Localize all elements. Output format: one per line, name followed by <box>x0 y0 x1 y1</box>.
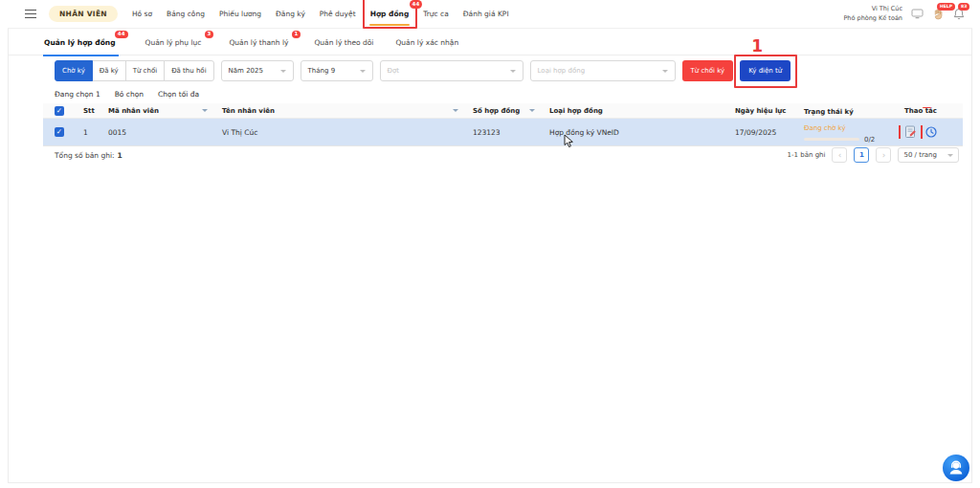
total-records-value: 1 <box>118 151 122 160</box>
workspace-pill[interactable]: NHÂN VIÊN <box>49 6 118 22</box>
cell-employee-name: Vi Thị Cúc <box>214 128 465 137</box>
contract-type-select[interactable]: Loại hợp đồng <box>530 60 676 81</box>
cell-actions <box>897 125 963 139</box>
user-role: Phó phòng Kế toán <box>843 14 902 24</box>
cell-contract-number: 123123 <box>465 128 542 137</box>
header-ma-nhan-vien: Mã nhân viên <box>100 107 214 115</box>
cell-effective-date: 17/09/2025 <box>727 128 796 137</box>
filter-toolbar: Chờ ký Đã ký Từ chối Đã thu hồi Năm 2025… <box>55 60 791 81</box>
tab-quan-ly-theo-doi[interactable]: Quản lý theo dõi <box>313 30 374 55</box>
header-label: Số hợp đồng <box>473 107 520 115</box>
header-label: Thao tác <box>904 107 937 115</box>
chevron-down-icon <box>947 154 953 157</box>
digital-sign-button[interactable]: Ký điện tử 1 <box>740 60 791 81</box>
module-tabs: Quản lý hợp đồng 44 Quản lý phụ lục 3 Qu… <box>9 30 971 55</box>
history-clock-icon[interactable] <box>925 126 937 138</box>
nav-item-danh-gia-kpi[interactable]: Đánh giá KPI <box>462 1 510 27</box>
filter-icon[interactable] <box>453 109 458 112</box>
sign-document-icon[interactable] <box>904 125 917 139</box>
header-thao-tac: Thao tác 2 <box>897 107 963 115</box>
period-select[interactable]: Đợt <box>380 60 523 81</box>
nav-item-phieu-luong[interactable]: Phiếu lương <box>218 1 262 27</box>
current-page-button[interactable]: 1 <box>854 147 869 163</box>
cell-stt: 1 <box>72 128 100 137</box>
sign-progress-bar <box>804 138 859 141</box>
page-size-value: 50 / trang <box>903 151 937 159</box>
tab-label: Quản lý theo dõi <box>314 38 373 47</box>
prev-page-button[interactable]: ‹ <box>832 147 847 163</box>
tab-quan-ly-thanh-ly[interactable]: Quản lý thanh lý 1 <box>228 30 289 55</box>
nav-item-dang-ky[interactable]: Đăng ký <box>275 1 306 27</box>
contract-type-placeholder: Loại hợp đồng <box>538 67 586 75</box>
status-filter-da-thu-hoi[interactable]: Đã thu hồi <box>164 60 213 81</box>
header-trang-thai-ky: Trạng thái ký <box>796 105 897 116</box>
month-select[interactable]: Tháng 9 <box>301 60 373 81</box>
total-records-label: Tổng số bản ghi: <box>55 151 115 160</box>
status-filter-da-ky[interactable]: Đã ký <box>92 60 126 81</box>
cell-contract-type: Hợp đồng ký VNeID <box>542 128 727 137</box>
user-info[interactable]: Vi Thị Cúc Phó phòng Kế toán <box>843 5 902 24</box>
tab-quan-ly-phu-luc[interactable]: Quản lý phụ lục 3 <box>145 30 203 55</box>
tab-quan-ly-hop-dong[interactable]: Quản lý hợp đồng 44 <box>43 30 117 55</box>
sign-progress-ratio: 0/2 <box>864 136 875 144</box>
tab-label: Quản lý xác nhận <box>395 38 458 47</box>
nav-item-label: Hợp đồng <box>370 10 410 18</box>
status-filter-tu-choi[interactable]: Từ chối <box>125 60 165 81</box>
top-navigation-bar: NHÂN VIÊN Hồ sơ Bảng công Phiếu lương Đă… <box>8 0 972 29</box>
tab-badge-count: 44 <box>115 31 128 39</box>
nav-item-bang-cong[interactable]: Bảng công <box>166 1 206 27</box>
select-max-link[interactable]: Chọn tối đa <box>158 90 199 99</box>
digital-sign-button-label: Ký điện tử <box>748 67 782 75</box>
chevron-down-icon <box>662 70 668 73</box>
record-range: 1-1 bản ghi <box>788 151 826 159</box>
status-filter-cho-ky[interactable]: Chờ ký <box>55 60 93 81</box>
hamburger-menu-icon[interactable] <box>25 10 36 18</box>
filter-icon[interactable] <box>529 109 535 112</box>
total-records: Tổng số bản ghi:1 <box>55 151 122 160</box>
main-nav: Hồ sơ Bảng công Phiếu lương Đăng ký Phê … <box>131 1 510 27</box>
cell-sign-status: Đang chờ ký 0/2 <box>796 122 897 144</box>
chevron-down-icon <box>280 70 286 73</box>
header-loai-hop-dong: Loại hợp đồng <box>542 107 727 115</box>
next-page-button[interactable]: › <box>876 147 891 163</box>
row-checkbox[interactable] <box>55 127 64 137</box>
clear-selection-link[interactable]: Bỏ chọn <box>115 90 144 99</box>
tab-label: Quản lý hợp đồng <box>44 38 116 47</box>
header-label: Tên nhân viên <box>222 107 275 115</box>
tab-quan-ly-xac-nhan[interactable]: Quản lý xác nhận <box>394 30 459 55</box>
table-header-row: Stt Mã nhân viên Tên nhân viên Số hợp đồ… <box>43 103 963 119</box>
header-ten-nhan-vien: Tên nhân viên <box>214 107 465 115</box>
tab-badge-count: 1 <box>292 31 301 39</box>
headset-support-glyph <box>942 454 970 482</box>
document-pen-glyph <box>904 125 917 139</box>
page-size-select[interactable]: 50 / trang <box>898 147 959 163</box>
nav-item-phe-duyet[interactable]: Phê duyệt <box>319 1 357 27</box>
display-icon[interactable] <box>911 9 924 19</box>
tab-label: Quản lý phụ lục <box>145 38 202 47</box>
header-ngay-hieu-luc: Ngày hiệu lực <box>727 107 796 115</box>
year-select[interactable]: Năm 2025 <box>221 60 294 81</box>
cell-employee-code: 0015 <box>100 128 214 137</box>
header-so-hop-dong: Số hợp đồng <box>465 107 542 115</box>
monitor-glyph <box>911 9 924 19</box>
table-row[interactable]: 1 0015 Vi Thị Cúc 123123 Hợp đồng ký VNe… <box>43 119 963 146</box>
filter-icon[interactable] <box>202 109 208 112</box>
selection-toolbar: Đang chọn 1 Bỏ chọn Chọn tối đa <box>55 90 199 99</box>
tab-label: Quản lý thanh lý <box>229 38 288 47</box>
nav-item-truc-ca[interactable]: Trực ca <box>422 1 450 27</box>
contracts-table: Stt Mã nhân viên Tên nhân viên Số hợp đồ… <box>43 103 963 146</box>
reject-sign-button[interactable]: Từ chối ký <box>682 60 734 81</box>
user-name: Vi Thị Cúc <box>843 5 902 14</box>
status-segmented-control: Chờ ký Đã ký Từ chối Đã thu hồi <box>55 60 214 81</box>
nav-item-ho-so[interactable]: Hồ sơ <box>131 1 153 27</box>
month-select-value: Tháng 9 <box>308 67 336 75</box>
header-label: Mã nhân viên <box>108 107 159 115</box>
nav-badge-count: 44 <box>410 0 423 9</box>
help-hand-icon[interactable]: HELP <box>932 8 945 20</box>
select-all-checkbox[interactable] <box>55 106 64 116</box>
sign-status-text: Đang chờ ký <box>804 124 897 132</box>
support-chat-button[interactable] <box>942 454 970 482</box>
nav-item-hop-dong[interactable]: Hợp đồng 44 <box>369 1 411 27</box>
user-area: Vi Thị Cúc Phó phòng Kế toán HELP 83 <box>843 5 972 24</box>
notification-bell-icon[interactable]: 83 <box>953 8 965 20</box>
